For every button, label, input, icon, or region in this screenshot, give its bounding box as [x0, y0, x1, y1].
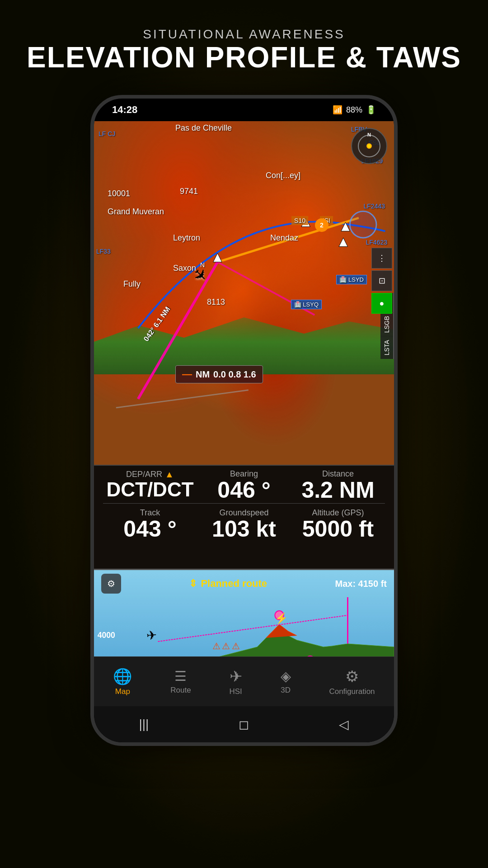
threed-label: 3D — [281, 686, 291, 695]
distance-col: Distance 3.2 NM — [291, 469, 385, 501]
hsi-icon: ✈ — [230, 667, 242, 685]
place-label-9741: 9741 — [180, 187, 198, 196]
nav-lsyd: 🏥 LSYD — [336, 275, 367, 284]
nav-route[interactable]: ☰ Route — [170, 668, 191, 695]
lsgb-label: LSGB — [380, 312, 394, 336]
status-bar: 14:28 📶 88% 🔋 — [94, 99, 394, 121]
elevation-max: Max: 4150 ft — [335, 579, 387, 589]
data-separator — [103, 503, 385, 504]
nav-config[interactable]: ⚙ Configuration — [329, 667, 375, 696]
compass-dot — [366, 143, 372, 149]
place-label-fully: Fully — [123, 279, 141, 289]
bearing-value: 046 ° — [197, 479, 291, 501]
phone-screen: 14:28 📶 88% 🔋 — [94, 99, 394, 742]
header-title: ELEVATION PROFILE & TAWS — [0, 42, 488, 73]
altitude-col: Altitude (GPS) 5000 ft — [291, 508, 385, 540]
svg-text:4000: 4000 — [98, 631, 115, 640]
place-label-10001: 10001 — [108, 189, 130, 198]
bearing-col: Bearing 046 ° — [197, 469, 291, 501]
data-row-1: DEP/ARR ▲ DCT/DCT Bearing 046 ° Distance… — [94, 466, 394, 501]
header-section: SITUATIONAL AWARENESS ELEVATION PROFILE … — [0, 27, 488, 73]
zoom-button[interactable]: ⊡ — [371, 270, 392, 291]
airspace-lfcj: LF CJ — [99, 130, 115, 137]
altitude-value: 5000 ft — [291, 518, 385, 540]
green-indicator: ● — [371, 293, 392, 314]
scale-minus-icon: — — [182, 368, 192, 380]
scale-values: 0.0 0.8 1.6 — [213, 369, 256, 380]
hsi-label: HSI — [229, 687, 242, 696]
place-label-pas-cheville: Pas de Cheville — [175, 123, 232, 133]
dep-arr-value: DCT/DCT — [103, 480, 197, 500]
elevation-gear-button[interactable]: ⚙ — [101, 574, 121, 594]
nav-lsyq: 🏥 LSYQ — [291, 300, 322, 309]
battery-icon: 🔋 — [366, 105, 376, 115]
svg-text:⚠: ⚠ — [212, 641, 221, 651]
svg-text:⚠: ⚠ — [232, 641, 240, 651]
nav-3d[interactable]: ◈ 3D — [281, 668, 291, 695]
android-home-button[interactable]: ◻ — [239, 717, 249, 732]
map-label: Map — [115, 687, 130, 696]
menu-dots-button[interactable]: ⋮ — [371, 248, 392, 269]
status-icons: 📶 88% 🔋 — [333, 105, 376, 115]
groundspeed-value: 103 kt — [197, 518, 291, 540]
compass: N — [351, 128, 387, 164]
status-time: 14:28 — [112, 104, 137, 116]
svg-line-7 — [158, 615, 348, 642]
elevation-title: ⇕ Planned route — [189, 578, 267, 590]
data-row-2: Track 043 ° Groundspeed 103 kt Altitude … — [94, 505, 394, 540]
svg-text:⚡: ⚡ — [275, 612, 288, 625]
route-icon: ⇕ — [189, 578, 197, 590]
scale-unit: NM — [196, 369, 210, 380]
terrain-background — [94, 121, 394, 465]
phone-frame: 14:28 📶 88% 🔋 — [90, 95, 398, 746]
place-label-conthey: Con[...ey] — [266, 171, 300, 180]
airspace-lf2443: LF2443 — [364, 203, 385, 210]
route-label: Route — [170, 686, 191, 695]
nav-map[interactable]: 🌐 Map — [113, 667, 132, 696]
elevation-header: ⚙ ⇕ Planned route Max: 4150 ft — [94, 570, 394, 597]
track-col: Track 043 ° — [103, 508, 197, 540]
wifi-icon: 📶 — [333, 105, 343, 115]
compass-north: N — [367, 132, 371, 137]
scale-bar: — NM 0.0 0.8 1.6 — [175, 365, 263, 383]
nav-badge-2: 2 — [315, 218, 328, 232]
place-label-leytron: Leytron — [173, 233, 200, 243]
android-back-button[interactable]: ◁ — [339, 717, 349, 732]
place-label-saxon: Saxon — [173, 264, 196, 273]
airspace-lf4623: LF4623 — [366, 239, 387, 246]
svg-text:⚠: ⚠ — [222, 641, 230, 651]
header-subtitle: SITUATIONAL AWARENESS — [0, 27, 488, 42]
place-label-grand-muveran: Grand Muveran — [108, 207, 164, 217]
map-icon: 🌐 — [113, 667, 132, 685]
distance-value: 3.2 NM — [291, 479, 385, 501]
config-label: Configuration — [329, 687, 375, 696]
place-label-8113: 8113 — [207, 297, 225, 307]
dep-arr-col: DEP/ARR ▲ DCT/DCT — [103, 469, 197, 501]
airspace-lf33: LF33 — [96, 248, 111, 255]
lsta-label: LSTA — [380, 336, 394, 359]
svg-text:✈: ✈ — [146, 628, 157, 643]
map-area[interactable]: Pas de Cheville 10001 9741 Grand Muveran… — [94, 121, 394, 465]
right-toolbar: ⋮ ⊡ ● — [371, 248, 394, 314]
config-icon: ⚙ — [345, 667, 359, 685]
nav-hsi[interactable]: ✈ HSI — [229, 667, 242, 696]
place-label-nendaz: Nendaz — [270, 233, 298, 243]
threed-icon: ◈ — [281, 668, 291, 684]
battery-indicator: 88% — [346, 105, 362, 115]
android-recent-button[interactable]: ||| — [139, 717, 149, 731]
bottom-nav: 🌐 Map ☰ Route ✈ HSI ◈ 3D ⚙ Configuration — [94, 656, 394, 706]
groundspeed-col: Groundspeed 103 kt — [197, 508, 291, 540]
dep-arr-label: DEP/ARR — [126, 470, 162, 479]
android-nav-bar: ||| ◻ ◁ — [94, 706, 394, 742]
route-icon-nav: ☰ — [174, 668, 187, 684]
compass-inner: N — [358, 135, 380, 157]
nav-s10: S10 — [291, 216, 308, 225]
data-panel: DEP/ARR ▲ DCT/DCT Bearing 046 ° Distance… — [94, 465, 394, 569]
track-value: 043 ° — [103, 518, 197, 540]
